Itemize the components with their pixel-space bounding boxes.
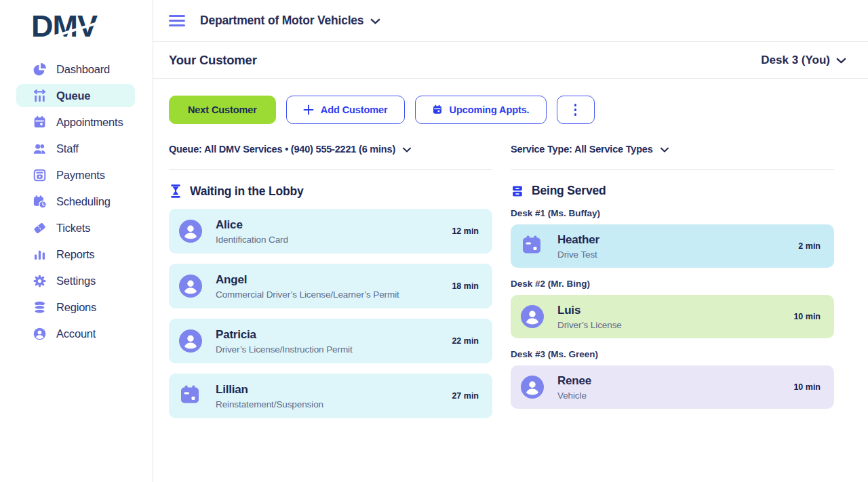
sidebar-item-settings[interactable]: Settings: [16, 269, 135, 292]
calendar-icon: [33, 115, 47, 129]
wait-time: 22 min: [452, 336, 479, 346]
wait-time: 12 min: [452, 226, 479, 236]
sidebar-item-dashboard[interactable]: Dashboard: [16, 58, 135, 81]
org-selector-label: Department of Motor Vehicles: [200, 14, 363, 28]
sidebar-item-label: Account: [56, 327, 96, 340]
sidebar-item-account[interactable]: Account: [16, 322, 135, 345]
page-title: Your Customer: [169, 53, 257, 68]
sidebar-item-label: Staff: [56, 142, 79, 155]
desk-selector-label: Desk 3 (You): [761, 54, 830, 67]
add-customer-label: Add Customer: [321, 104, 388, 115]
toolbar: Next Customer Add Customer: [169, 96, 868, 124]
queue-filter-label: Queue: All DMV Services • (940) 555-2221…: [169, 144, 395, 155]
bar-chart-icon: [33, 247, 47, 262]
more-options-button[interactable]: [557, 96, 595, 124]
serving-customer-card[interactable]: Renee Vehicle 10 min: [511, 365, 834, 409]
serving-section-header: Being Served: [511, 184, 834, 198]
lobby-column: Waiting in the Lobby Alice Identificatio…: [169, 169, 492, 428]
kebab-dot: [574, 108, 577, 111]
customer-name: Luis: [557, 304, 793, 317]
customer-name: Angel: [216, 273, 452, 287]
desk-group: Desk #2 (Mr. Bing) Luis Driver’s License…: [511, 279, 834, 338]
sidebar-item-appointments[interactable]: Appointments: [16, 111, 135, 134]
sidebar-item-reports[interactable]: Reports: [16, 243, 135, 266]
pie-chart-icon: [33, 62, 47, 77]
person-avatar-icon: [179, 220, 202, 243]
sidebar-item-label: Appointments: [56, 116, 123, 129]
wait-time: 27 min: [452, 391, 479, 401]
database-icon: [33, 300, 47, 315]
kebab-dot: [574, 113, 577, 116]
dmv-logo: DMV: [31, 11, 126, 41]
calendar-icon: [432, 104, 443, 115]
sidebar: DMV Dashboard Queue: [0, 0, 153, 482]
desk-group: Desk #3 (Ms. Green) Renee Vehicle 10 min: [511, 349, 834, 409]
queue-columns: Waiting in the Lobby Alice Identificatio…: [169, 169, 834, 428]
customer-name: Patricia: [216, 328, 452, 342]
kebab-dot: [574, 104, 577, 106]
sidebar-item-label: Queue: [56, 89, 90, 102]
person-avatar-icon: [521, 305, 544, 328]
next-customer-button[interactable]: Next Customer: [169, 96, 276, 124]
desk-selector[interactable]: Desk 3 (You): [761, 54, 846, 67]
serving-column: Being Served Desk #1 (Ms. Buffay) Heathe…: [511, 169, 834, 428]
sidebar-item-tickets[interactable]: Tickets: [16, 216, 135, 239]
dmv-queue-app: DMV Dashboard Queue: [0, 0, 868, 482]
desk-label: Desk #3 (Ms. Green): [511, 349, 834, 359]
add-customer-button[interactable]: Add Customer: [286, 96, 405, 124]
customer-service: Reinstatement/Suspension: [216, 399, 452, 409]
sidebar-item-label: Scheduling: [56, 195, 111, 208]
customer-name: Alice: [216, 218, 452, 232]
serve-time: 10 min: [793, 312, 821, 321]
lobby-section-title: Waiting in the Lobby: [190, 184, 303, 199]
hamburger-menu-icon[interactable]: [169, 15, 185, 26]
chevron-down-icon: [370, 14, 380, 28]
lobby-customer-card[interactable]: Angel Commercial Driver’s License/Learne…: [169, 264, 492, 308]
customer-service: Driver’s License/Instruction Permit: [216, 344, 452, 355]
chevron-down-icon: [836, 54, 846, 67]
sidebar-item-regions[interactable]: Regions: [16, 296, 135, 319]
person-avatar-icon: [179, 275, 202, 298]
serve-time: 10 min: [793, 382, 821, 392]
upcoming-appts-button[interactable]: Upcoming Appts.: [415, 96, 547, 124]
chevron-down-icon: [660, 144, 669, 155]
queue-icon: [33, 89, 47, 103]
divider: [169, 169, 492, 170]
appointment-calendar-avatar-icon: [521, 235, 544, 258]
serving-customer-card[interactable]: Heather Drive Test 2 min: [511, 224, 834, 268]
service-type-filter-label: Service Type: All Service Types: [511, 144, 653, 155]
lobby-customer-card[interactable]: Alice Identification Card 12 min: [169, 209, 492, 254]
sidebar-item-label: Payments: [56, 169, 105, 182]
desk-drawers-icon: [511, 184, 524, 198]
customer-service: Drive Test: [557, 249, 798, 260]
org-selector[interactable]: Department of Motor Vehicles: [200, 14, 380, 28]
upcoming-appts-label: Upcoming Appts.: [450, 104, 530, 115]
wait-time: 18 min: [452, 281, 479, 291]
ticket-icon: [33, 221, 47, 235]
desk-group: Desk #1 (Ms. Buffay) Heather Drive Test …: [511, 208, 834, 268]
person-avatar-icon: [521, 376, 544, 399]
appointment-calendar-avatar-icon: [179, 384, 202, 407]
sidebar-item-queue[interactable]: Queue: [16, 84, 135, 107]
service-type-filter-dropdown[interactable]: Service Type: All Service Types: [511, 144, 834, 155]
chevron-down-icon: [402, 144, 412, 155]
hourglass-icon: [169, 184, 182, 199]
sidebar-item-staff[interactable]: Staff: [16, 137, 135, 160]
desk-label: Desk #2 (Mr. Bing): [511, 279, 834, 289]
serving-customer-card[interactable]: Luis Driver’s License 10 min: [511, 295, 834, 338]
queue-filter-dropdown[interactable]: Queue: All DMV Services • (940) 555-2221…: [169, 144, 492, 155]
lobby-customer-card[interactable]: Patricia Driver’s License/Instruction Pe…: [169, 319, 492, 363]
customer-service: Driver’s License: [557, 320, 793, 330]
customer-name: Lillian: [216, 383, 452, 397]
gear-icon: [33, 274, 47, 288]
sidebar-item-label: Dashboard: [56, 63, 110, 76]
customer-name: Renee: [557, 374, 793, 388]
divider: [511, 169, 834, 170]
lobby-customer-card[interactable]: Lillian Reinstatement/Suspension 27 min: [169, 374, 492, 418]
sidebar-item-label: Settings: [56, 275, 96, 287]
next-customer-label: Next Customer: [188, 104, 257, 115]
person-avatar-icon: [179, 329, 202, 353]
customer-name: Heather: [557, 233, 798, 247]
sidebar-item-payments[interactable]: Payments: [16, 163, 135, 186]
sidebar-item-scheduling[interactable]: Scheduling: [16, 190, 135, 213]
